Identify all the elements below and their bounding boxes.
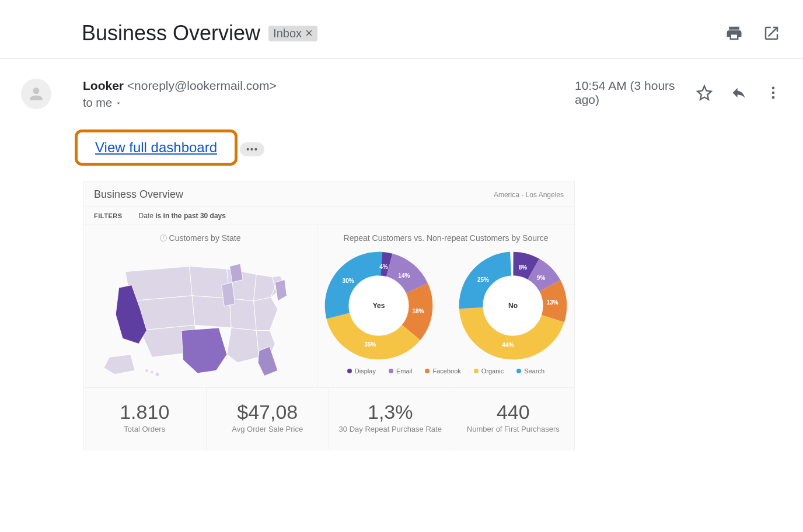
clock-icon: [160, 235, 167, 242]
to-line[interactable]: to me: [83, 96, 575, 110]
sender-block: Looker <noreply@lookermail.com> to me Vi…: [83, 79, 575, 450]
kpi-value: 440: [457, 401, 570, 424]
subject-actions: [724, 23, 782, 44]
subject-bar: Business Overview Inbox ×: [0, 0, 803, 59]
legend-item: Search: [516, 368, 544, 374]
filters-row: FILTERS Date is in the past 30 days: [83, 207, 574, 225]
open-in-new-icon[interactable]: [761, 23, 782, 44]
slice-label: 30%: [343, 277, 354, 284]
slice-label: 18%: [412, 307, 424, 314]
kpi: 1.810Total Orders: [83, 388, 207, 450]
svg-point-1: [151, 370, 154, 374]
panel-map-title-text: Customers by State: [169, 233, 241, 243]
slice-label: 44%: [502, 342, 514, 348]
legend-label: Facebook: [432, 368, 460, 374]
donuts-row: Yes 4%14%18%35%30% No 8%9%13%44%25%: [323, 247, 568, 364]
slice-label: 9%: [537, 274, 545, 281]
svg-point-2: [155, 372, 159, 376]
legend-item: Email: [389, 368, 413, 374]
kpi-label: Number of First Purchasers: [457, 425, 570, 433]
filters-text: Date is in the past 30 days: [139, 212, 226, 220]
kpi: 440Number of First Purchasers: [452, 388, 575, 450]
filters-prefix: Date: [139, 212, 156, 220]
slice-label: 25%: [477, 276, 489, 283]
kpi-label: Total Orders: [88, 425, 201, 433]
sender-name: Looker: [83, 79, 124, 92]
legend-dot: [516, 369, 521, 373]
filters-bold: is in the past 30 days: [155, 212, 226, 220]
legend-dot: [425, 369, 430, 373]
state-alaska: [104, 355, 135, 374]
print-icon[interactable]: [724, 23, 745, 44]
donut-no: No 8%9%13%44%25%: [458, 250, 568, 361]
panels: Customers by State: [83, 225, 574, 387]
state-newyork: [275, 279, 287, 301]
folder-chip[interactable]: Inbox ×: [268, 26, 317, 41]
svg-point-16: [772, 92, 775, 94]
legend-dot: [347, 369, 352, 373]
panel-donuts: Repeat Customers vs. Non-repeat Customer…: [317, 225, 574, 387]
legend-label: Search: [524, 368, 544, 374]
legend-label: Display: [355, 368, 376, 374]
kpi-value: 1,3%: [334, 401, 447, 424]
svg-point-15: [772, 87, 775, 90]
state-hawaii: [145, 369, 160, 377]
slice-label: 4%: [379, 263, 387, 270]
legend: DisplayEmailFacebookOrganicSearch: [323, 364, 568, 374]
legend-label: Organic: [481, 368, 504, 374]
us-map: [89, 247, 311, 382]
sender-email: <noreply@lookermail.com>: [127, 79, 277, 92]
panel-map: Customers by State: [83, 225, 317, 387]
donut-yes-center: Yes: [373, 302, 385, 310]
avatar: [21, 79, 51, 109]
panel-map-title: Customers by State: [89, 231, 311, 247]
kpi-label: 30 Day Repeat Purchase Rate: [334, 425, 447, 433]
show-trimmed-button[interactable]: •••: [240, 142, 264, 156]
panel-donuts-title: Repeat Customers vs. Non-repeat Customer…: [323, 231, 568, 247]
dashboard-header: Business Overview America - Los Angeles: [83, 181, 574, 207]
kpi-value: $47,08: [211, 401, 324, 424]
legend-item: Display: [347, 368, 376, 374]
kpi-value: 1.810: [88, 401, 201, 424]
kpi: $47,08Avg Order Sale Price: [207, 388, 330, 450]
sender-row: Looker <noreply@lookermail.com> to me Vi…: [0, 59, 803, 450]
state-texas: [181, 328, 227, 373]
chevron-down-icon: [114, 99, 123, 107]
donut-no-center: No: [508, 302, 518, 310]
svg-point-0: [145, 369, 149, 373]
slice-label: 8%: [519, 264, 527, 271]
timestamp: 10:54 AM (3 hours ago): [575, 79, 679, 107]
slice-label: 35%: [364, 341, 376, 348]
filters-label: FILTERS: [94, 212, 123, 219]
meta-block: 10:54 AM (3 hours ago): [575, 79, 782, 107]
view-dashboard-highlight: View full dashboard: [75, 130, 238, 166]
dashboard-location: America - Los Angeles: [494, 191, 564, 199]
state-florida: [258, 346, 278, 376]
dashboard-title: Business Overview: [94, 188, 183, 201]
kpis: 1.810Total Orders$47,08Avg Order Sale Pr…: [83, 387, 574, 450]
svg-point-17: [772, 96, 775, 99]
close-icon[interactable]: ×: [305, 27, 313, 40]
slice-label: 13%: [547, 299, 558, 305]
dashboard-embed: Business Overview America - Los Angeles …: [83, 181, 575, 450]
donut-yes: Yes 4%14%18%35%30%: [323, 250, 434, 361]
sender-line: Looker <noreply@lookermail.com>: [83, 79, 575, 93]
kpi-label: Avg Order Sale Price: [211, 425, 324, 433]
legend-item: Facebook: [425, 368, 460, 374]
legend-item: Organic: [474, 368, 504, 374]
kpi: 1,3%30 Day Repeat Purchase Rate: [329, 388, 452, 450]
more-vert-icon[interactable]: [765, 82, 782, 103]
legend-dot: [389, 369, 393, 373]
star-icon[interactable]: [696, 82, 713, 103]
reply-icon[interactable]: [731, 82, 748, 103]
legend-label: Email: [396, 368, 413, 374]
subject-title: Business Overview: [82, 21, 260, 46]
folder-chip-label: Inbox: [273, 27, 302, 40]
slice-label: 14%: [398, 272, 410, 278]
to-line-text: to me: [83, 96, 112, 110]
view-dashboard-link[interactable]: View full dashboard: [95, 139, 217, 155]
legend-dot: [474, 369, 479, 373]
